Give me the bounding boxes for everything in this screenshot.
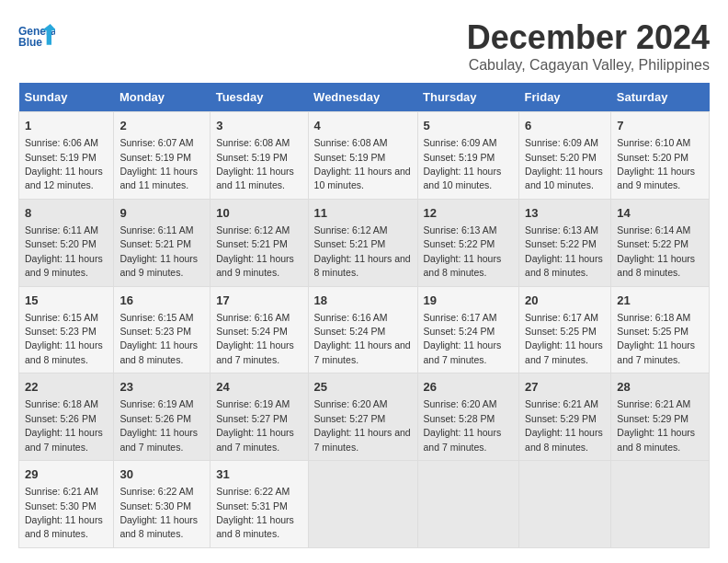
day-number: 20 [525,293,605,309]
calendar-cell: 25Sunrise: 6:20 AMSunset: 5:27 PMDayligh… [308,373,417,461]
week-row-1: 1Sunrise: 6:06 AMSunset: 5:19 PMDaylight… [19,112,710,200]
day-number: 18 [314,293,412,309]
cell-info: Sunrise: 6:22 AMSunset: 5:30 PMDaylight:… [119,486,198,539]
calendar-cell: 5Sunrise: 6:09 AMSunset: 5:19 PMDaylight… [417,112,519,200]
calendar-cell: 28Sunrise: 6:21 AMSunset: 5:29 PMDayligh… [611,373,710,461]
cell-info: Sunrise: 6:18 AMSunset: 5:26 PMDaylight:… [25,398,103,452]
day-number: 27 [525,379,605,396]
day-number: 7 [617,118,703,134]
cell-info: Sunrise: 6:17 AMSunset: 5:25 PMDaylight:… [525,312,603,365]
day-number: 22 [25,379,108,396]
logo: GeneralBlue [18,18,55,55]
day-number: 29 [25,466,108,483]
calendar-cell: 16Sunrise: 6:15 AMSunset: 5:23 PMDayligh… [114,286,210,373]
calendar-cell: 22Sunrise: 6:18 AMSunset: 5:26 PMDayligh… [19,373,114,461]
day-number: 28 [617,379,703,396]
page-title: December 2024 [467,18,710,57]
week-row-3: 15Sunrise: 6:15 AMSunset: 5:23 PMDayligh… [19,286,710,373]
calendar-cell: 3Sunrise: 6:08 AMSunset: 5:19 PMDaylight… [210,112,308,200]
cell-info: Sunrise: 6:09 AMSunset: 5:19 PMDaylight:… [424,137,502,190]
calendar-cell: 10Sunrise: 6:12 AMSunset: 5:21 PMDayligh… [210,199,308,286]
column-header-saturday: Saturday [611,83,710,112]
column-header-thursday: Thursday [417,83,519,112]
cell-info: Sunrise: 6:19 AMSunset: 5:27 PMDaylight:… [216,398,294,452]
day-number: 16 [119,293,204,309]
day-number: 8 [25,205,108,222]
calendar-cell: 26Sunrise: 6:20 AMSunset: 5:28 PMDayligh… [417,373,519,461]
calendar-cell [417,461,519,548]
calendar-table: SundayMondayTuesdayWednesdayThursdayFrid… [18,83,710,548]
cell-info: Sunrise: 6:12 AMSunset: 5:21 PMDaylight:… [216,224,294,278]
page-subtitle: Cabulay, Cagayan Valley, Philippines [467,57,710,74]
day-number: 19 [424,293,514,309]
calendar-cell [519,461,611,548]
cell-info: Sunrise: 6:06 AMSunset: 5:19 PMDaylight:… [25,137,103,190]
day-number: 3 [216,118,301,134]
calendar-cell: 8Sunrise: 6:11 AMSunset: 5:20 PMDaylight… [19,199,114,286]
calendar-cell: 20Sunrise: 6:17 AMSunset: 5:25 PMDayligh… [519,286,611,373]
cell-info: Sunrise: 6:08 AMSunset: 5:19 PMDaylight:… [216,137,294,190]
day-number: 31 [216,466,301,483]
calendar-cell: 14Sunrise: 6:14 AMSunset: 5:22 PMDayligh… [611,199,710,286]
day-number: 25 [314,379,412,396]
calendar-cell: 24Sunrise: 6:19 AMSunset: 5:27 PMDayligh… [210,373,308,461]
cell-info: Sunrise: 6:22 AMSunset: 5:31 PMDaylight:… [216,486,294,539]
calendar-cell: 19Sunrise: 6:17 AMSunset: 5:24 PMDayligh… [417,286,519,373]
column-header-tuesday: Tuesday [210,83,308,112]
cell-info: Sunrise: 6:07 AMSunset: 5:19 PMDaylight:… [119,137,198,190]
calendar-cell: 2Sunrise: 6:07 AMSunset: 5:19 PMDaylight… [114,112,210,200]
calendar-cell [611,461,710,548]
day-number: 15 [25,293,108,309]
cell-info: Sunrise: 6:21 AMSunset: 5:29 PMDaylight:… [525,398,603,452]
calendar-cell: 31Sunrise: 6:22 AMSunset: 5:31 PMDayligh… [210,461,308,548]
cell-info: Sunrise: 6:10 AMSunset: 5:20 PMDaylight:… [617,137,695,190]
calendar-cell: 13Sunrise: 6:13 AMSunset: 5:22 PMDayligh… [519,199,611,286]
cell-info: Sunrise: 6:20 AMSunset: 5:27 PMDaylight:… [314,398,411,452]
cell-info: Sunrise: 6:21 AMSunset: 5:29 PMDaylight:… [617,398,695,452]
calendar-cell: 4Sunrise: 6:08 AMSunset: 5:19 PMDaylight… [308,112,417,200]
title-section: December 2024 Cabulay, Cagayan Valley, P… [467,18,710,74]
day-number: 30 [119,466,204,483]
cell-info: Sunrise: 6:21 AMSunset: 5:30 PMDaylight:… [25,486,103,539]
cell-info: Sunrise: 6:13 AMSunset: 5:22 PMDaylight:… [424,224,502,278]
day-number: 5 [424,118,514,134]
cell-info: Sunrise: 6:11 AMSunset: 5:21 PMDaylight:… [119,224,198,278]
day-number: 17 [216,293,301,309]
day-number: 9 [119,205,204,222]
day-number: 14 [617,205,703,222]
calendar-cell: 30Sunrise: 6:22 AMSunset: 5:30 PMDayligh… [114,461,210,548]
week-row-2: 8Sunrise: 6:11 AMSunset: 5:20 PMDaylight… [19,199,710,286]
calendar-cell: 7Sunrise: 6:10 AMSunset: 5:20 PMDaylight… [611,112,710,200]
day-number: 21 [617,293,703,309]
calendar-cell: 21Sunrise: 6:18 AMSunset: 5:25 PMDayligh… [611,286,710,373]
cell-info: Sunrise: 6:15 AMSunset: 5:23 PMDaylight:… [25,312,103,365]
calendar-cell: 1Sunrise: 6:06 AMSunset: 5:19 PMDaylight… [19,112,114,200]
logo-icon: GeneralBlue [18,18,55,55]
day-number: 4 [314,118,412,134]
cell-info: Sunrise: 6:16 AMSunset: 5:24 PMDaylight:… [216,312,294,365]
week-row-5: 29Sunrise: 6:21 AMSunset: 5:30 PMDayligh… [19,461,710,548]
day-number: 13 [525,205,605,222]
day-number: 2 [119,118,204,134]
calendar-cell: 11Sunrise: 6:12 AMSunset: 5:21 PMDayligh… [308,199,417,286]
column-header-monday: Monday [114,83,210,112]
page-header: GeneralBlue December 2024 Cabulay, Cagay… [18,18,710,74]
cell-info: Sunrise: 6:13 AMSunset: 5:22 PMDaylight:… [525,224,603,278]
cell-info: Sunrise: 6:14 AMSunset: 5:22 PMDaylight:… [617,224,695,278]
cell-info: Sunrise: 6:09 AMSunset: 5:20 PMDaylight:… [525,137,603,190]
calendar-cell: 15Sunrise: 6:15 AMSunset: 5:23 PMDayligh… [19,286,114,373]
cell-info: Sunrise: 6:18 AMSunset: 5:25 PMDaylight:… [617,312,695,365]
calendar-cell: 18Sunrise: 6:16 AMSunset: 5:24 PMDayligh… [308,286,417,373]
day-number: 12 [424,205,514,222]
day-number: 6 [525,118,605,134]
calendar-cell: 17Sunrise: 6:16 AMSunset: 5:24 PMDayligh… [210,286,308,373]
day-number: 10 [216,205,301,222]
column-header-sunday: Sunday [19,83,114,112]
calendar-cell [308,461,417,548]
cell-info: Sunrise: 6:19 AMSunset: 5:26 PMDaylight:… [119,398,198,452]
cell-info: Sunrise: 6:15 AMSunset: 5:23 PMDaylight:… [119,312,198,365]
header-row: SundayMondayTuesdayWednesdayThursdayFrid… [19,83,710,112]
svg-text:Blue: Blue [18,36,42,49]
calendar-cell: 29Sunrise: 6:21 AMSunset: 5:30 PMDayligh… [19,461,114,548]
cell-info: Sunrise: 6:12 AMSunset: 5:21 PMDaylight:… [314,224,411,278]
